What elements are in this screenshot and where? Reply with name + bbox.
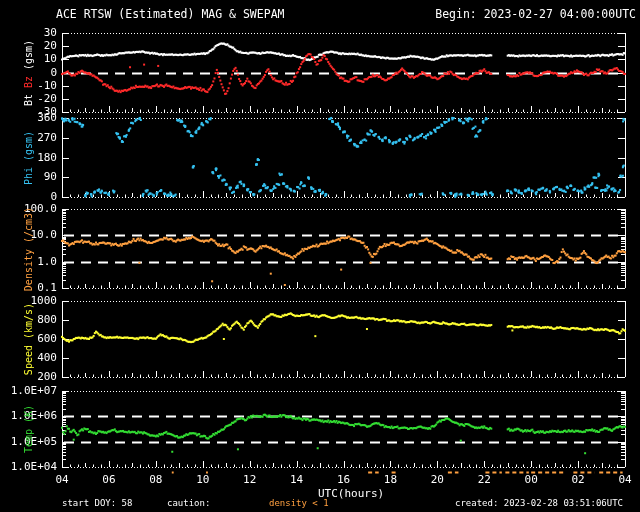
ace-rtsw-plot-window: ACE RTSW (Estimated) MAG & SWEPAM Begin:…	[0, 0, 640, 512]
panel-ylabel-part: Bt	[23, 94, 34, 106]
x-tick-label: 14	[282, 474, 312, 485]
x-tick-label: 04	[47, 474, 77, 485]
x-tick-label: 16	[329, 474, 359, 485]
page-title: ACE RTSW (Estimated) MAG & SWEPAM	[56, 7, 284, 21]
panel-ylabel-part: Density (/cm3)	[23, 206, 34, 290]
panel-ylabel-density: Density (/cm3)	[23, 206, 34, 290]
x-tick-label: 02	[563, 474, 593, 485]
footer-created-timestamp: created: 2023-02-28 03:51:06UTC	[455, 498, 623, 508]
footer-start-doy: start DOY: 58	[62, 498, 132, 508]
y-tick-label: 30	[0, 27, 57, 38]
panel-ylabel-mag: Bt Bz (gsm)	[23, 39, 34, 105]
panel-ylabel-phi: Phi (gsm)	[23, 130, 34, 184]
panel-ylabel-part: (gsm)	[23, 39, 34, 75]
panel-ylabel-part: Speed (km/s)	[23, 303, 34, 375]
x-tick-label: 00	[516, 474, 546, 485]
panel-ylabel-speed: Speed (km/s)	[23, 303, 34, 375]
panel-ylabel-part: Temp (K)	[23, 405, 34, 453]
y-tick-label: 360	[0, 112, 57, 123]
x-tick-label: 12	[235, 474, 265, 485]
x-tick-label: 08	[141, 474, 171, 485]
begin-timestamp: Begin: 2023-02-27 04:00:00UTC	[435, 7, 636, 21]
x-tick-label: 10	[188, 474, 218, 485]
panel-ylabel-part: Phi (gsm)	[23, 130, 34, 184]
footer-caution-label: caution:	[167, 498, 210, 508]
y-tick-label: 0	[0, 191, 57, 202]
x-tick-label: 06	[94, 474, 124, 485]
plot-canvas	[0, 0, 640, 512]
panel-ylabel-temp: Temp (K)	[23, 405, 34, 453]
x-tick-label: 22	[469, 474, 499, 485]
x-tick-label: 20	[422, 474, 452, 485]
x-tick-label: 18	[375, 474, 405, 485]
y-tick-label: 1.0E+07	[0, 385, 57, 396]
panel-ylabel-part: Bz	[23, 76, 34, 94]
footer-caution-value: density < 1	[269, 498, 329, 508]
x-tick-label: 04	[610, 474, 640, 485]
y-tick-label: 1.0E+04	[0, 461, 57, 472]
